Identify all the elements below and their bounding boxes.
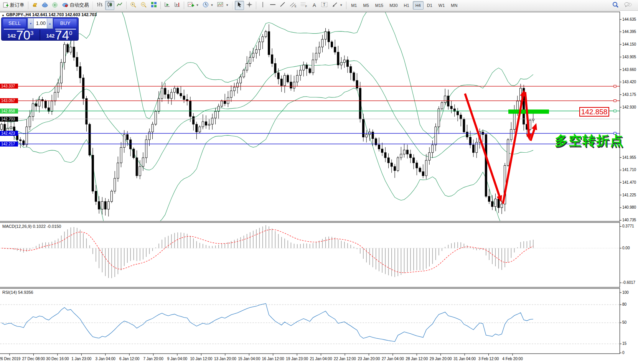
dropdown-caret: ▼ xyxy=(196,3,199,7)
zoom-out-icon xyxy=(140,2,147,9)
candle-body xyxy=(174,88,176,92)
timeframe-m5[interactable]: M5 xyxy=(360,1,371,10)
chart-canvas[interactable] xyxy=(0,0,638,364)
chart-shift-button[interactable] xyxy=(173,1,182,10)
candle-body xyxy=(321,39,323,47)
buy-price-sup: 0 xyxy=(69,30,72,36)
candle-body xyxy=(152,124,153,132)
crosshair-tool-button[interactable] xyxy=(245,1,254,10)
buy-button[interactable]: BUY xyxy=(53,18,77,28)
timeframe-mn[interactable]: MN xyxy=(448,1,460,10)
candle-body xyxy=(214,111,216,118)
candle-body xyxy=(246,63,248,70)
dropdown-caret: ▼ xyxy=(210,3,213,7)
price-callout-box[interactable]: 142.858 xyxy=(579,107,609,117)
candle-body xyxy=(466,132,468,137)
candle-body xyxy=(422,171,424,176)
auto-scroll-button[interactable] xyxy=(163,1,172,10)
cursor-tool-button[interactable] xyxy=(235,1,244,10)
timeframe-h1[interactable]: H1 xyxy=(401,1,412,10)
search-button[interactable] xyxy=(611,1,620,10)
candle-body xyxy=(67,44,69,52)
new-order-button[interactable]: 新订单 xyxy=(2,1,26,10)
candle-chart-button[interactable] xyxy=(105,1,114,10)
line-handle[interactable] xyxy=(0,110,3,112)
candle-body xyxy=(347,60,349,66)
candle-body xyxy=(513,111,515,129)
periods-button[interactable]: ▼ xyxy=(201,1,215,10)
add-indicator-button[interactable]: ▼ xyxy=(186,1,201,10)
market-button[interactable] xyxy=(30,1,40,10)
candle-body xyxy=(403,150,405,154)
text-label-tool[interactable]: T xyxy=(320,1,330,10)
candle-body xyxy=(161,88,163,99)
macd-label: MACD(12,26,9) 0.1022 -0.0150 xyxy=(2,224,61,229)
candle-body xyxy=(73,47,75,58)
fibonacci-tool[interactable]: F xyxy=(299,1,309,10)
candle-body xyxy=(23,141,25,145)
line-handle[interactable] xyxy=(614,100,616,102)
text-label-icon: T xyxy=(321,2,328,9)
tile-windows-button[interactable] xyxy=(149,1,158,10)
candle-body xyxy=(312,60,314,73)
candle-body xyxy=(190,101,191,117)
candle-body xyxy=(441,103,443,109)
candle-body xyxy=(265,31,267,36)
candle-body xyxy=(444,96,446,102)
buy-price[interactable]: 142740 xyxy=(40,30,78,41)
volume-input[interactable]: 1.00 xyxy=(34,18,47,28)
turning-point-text[interactable]: 多空转折点 xyxy=(555,132,624,150)
timeframe-m15[interactable]: M15 xyxy=(373,1,386,10)
candle-body xyxy=(117,163,119,178)
zoom-in-button[interactable] xyxy=(129,1,138,10)
horizontal-line-tool[interactable] xyxy=(268,1,277,10)
candle-body xyxy=(488,196,490,201)
text-tool[interactable]: A xyxy=(310,1,319,10)
line-handle[interactable] xyxy=(614,85,616,87)
candle-body xyxy=(290,82,292,88)
candle-body xyxy=(337,52,339,65)
candle-body xyxy=(95,191,97,201)
sell-price[interactable]: 142703 xyxy=(2,30,40,41)
signals-button[interactable] xyxy=(51,1,60,10)
timeframe-w1[interactable]: W1 xyxy=(436,1,448,10)
line-handle[interactable] xyxy=(0,132,3,135)
vertical-line-tool[interactable] xyxy=(258,1,267,10)
trendline-tool[interactable] xyxy=(278,1,287,10)
line-handle[interactable] xyxy=(0,85,3,87)
volume-down-spinner[interactable]: ▼ xyxy=(28,18,34,28)
line-handle[interactable] xyxy=(0,100,3,102)
bar-chart-button[interactable] xyxy=(95,1,104,10)
symbol-header[interactable]: ▲GBPJPY-,H4 142.641 142.703 142.603 142.… xyxy=(2,12,97,17)
candle-body xyxy=(315,53,317,60)
candle-body xyxy=(350,67,352,73)
community-button[interactable] xyxy=(40,1,50,10)
auto-scroll-icon xyxy=(164,2,170,9)
autotrading-button[interactable]: 自动交易 xyxy=(61,1,91,10)
timeframe-d1[interactable]: D1 xyxy=(424,1,435,10)
zoom-out-button[interactable] xyxy=(139,1,148,10)
timeframe-h4[interactable]: H4 xyxy=(413,1,424,10)
line-chart-button[interactable] xyxy=(115,1,124,10)
timeframe-m30[interactable]: M30 xyxy=(387,1,400,10)
candle-body xyxy=(127,135,129,140)
candle-body xyxy=(16,135,18,140)
candle-body xyxy=(79,67,81,78)
chat-button[interactable] xyxy=(623,1,633,10)
timeframe-m1[interactable]: M1 xyxy=(348,1,359,10)
candle-body xyxy=(10,127,12,128)
arrows-tool[interactable]: ▼ xyxy=(330,1,344,10)
symbol-ohlc-text: GBPJPY-,H4 142.641 142.703 142.603 142.7… xyxy=(6,12,97,17)
candle-body xyxy=(45,101,46,108)
collapse-triangle-icon[interactable]: ▲ xyxy=(2,13,5,17)
svg-text:F: F xyxy=(305,5,307,8)
line-handle[interactable] xyxy=(614,110,616,112)
add-indicator-icon xyxy=(188,2,195,9)
line-handle[interactable] xyxy=(0,143,3,145)
templates-button[interactable]: ▼ xyxy=(216,1,230,10)
volume-up-spinner[interactable]: ▲ xyxy=(47,18,53,28)
candle-body xyxy=(54,92,56,101)
candle-body xyxy=(180,93,182,96)
channel-tool[interactable]: E xyxy=(288,1,298,10)
sell-button[interactable]: SELL xyxy=(3,18,26,28)
